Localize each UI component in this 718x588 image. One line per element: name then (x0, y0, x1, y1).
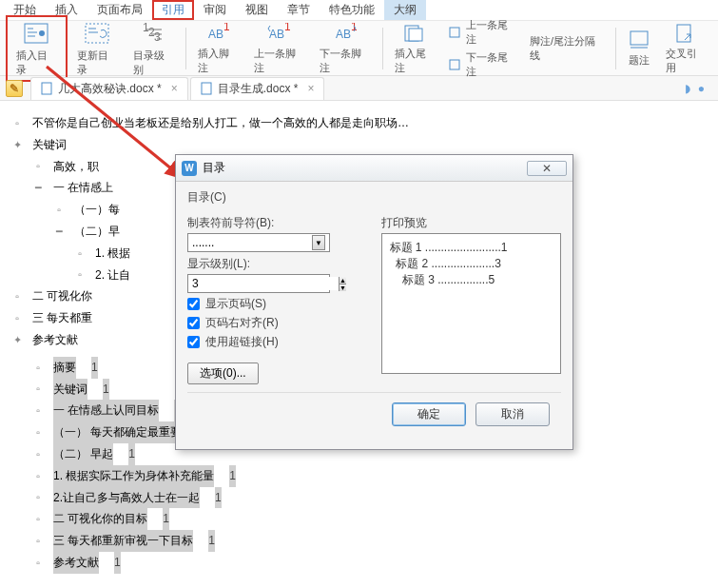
svg-rect-22 (450, 28, 459, 37)
ribbon: 插入目录 更新目录 123 目录级别 AB1 插入脚注 AB1 上一条脚注 AB… (0, 21, 718, 76)
level-input[interactable] (188, 277, 339, 290)
menu-review[interactable]: 审阅 (194, 0, 236, 20)
spin-up[interactable]: ▲ (340, 277, 346, 284)
insert-toc-button[interactable]: 插入目录 (10, 18, 63, 79)
preview-box: 标题 1 ........................1 标题 2 ....… (381, 233, 562, 374)
svg-rect-28 (202, 83, 211, 94)
ok-button[interactable]: 确定 (392, 402, 466, 426)
doc-icon (41, 82, 54, 95)
caption-icon (628, 29, 650, 51)
right-align-checkbox[interactable]: 页码右对齐(R) (187, 315, 368, 331)
next-footnote-icon: AB1 (334, 22, 357, 45)
crossref-button[interactable]: 交叉引用 (660, 20, 712, 77)
svg-rect-23 (450, 60, 459, 69)
update-toc-button[interactable]: 更新目录 (71, 18, 124, 79)
update-toc-icon (84, 20, 110, 47)
document-tabs: ✎ 几大高效秘诀.docx * × 目录生成.docx * × ◗ ● (0, 76, 718, 101)
dropdown-icon[interactable]: ▼ (312, 235, 325, 250)
toc-level-button[interactable]: 123 目录级别 (127, 18, 180, 79)
svg-text:AB: AB (336, 28, 351, 41)
svg-rect-27 (42, 83, 51, 94)
menu-outline[interactable]: 大纲 (384, 0, 426, 20)
tab-leader-select[interactable]: ....... ▼ (187, 233, 330, 252)
close-button[interactable]: ✕ (527, 161, 567, 176)
dialog-titlebar[interactable]: W 目录 ✕ (176, 155, 572, 182)
insert-endnote-button[interactable]: 插入尾注 (389, 20, 441, 77)
group-title: 目录(C) (187, 189, 561, 206)
options-button[interactable]: 选项(0)... (187, 363, 259, 384)
svg-rect-24 (631, 31, 648, 45)
prev-endnote-icon (449, 27, 462, 38)
sync-icon[interactable]: ● (698, 82, 705, 95)
heading: 关键词 (32, 134, 67, 156)
separator (382, 28, 383, 69)
next-endnote-icon (449, 59, 462, 70)
toc-dialog: W 目录 ✕ 目录(C) 制表符前导符(B): ....... ▼ 显示级别(L… (175, 154, 573, 450)
app-icon: W (182, 161, 197, 176)
list-item: ▫1. 根据实际工作为身体补充能量1 (32, 465, 718, 487)
show-level-spinner[interactable]: ▲▼ (187, 274, 330, 293)
prev-footnote-button[interactable]: AB1 上一条脚注 (248, 20, 311, 77)
svg-rect-5 (86, 24, 108, 43)
separator (615, 28, 616, 69)
insert-toc-icon (23, 20, 49, 47)
svg-rect-26 (677, 25, 690, 42)
footnote-separator-button[interactable]: 脚注/尾注分隔线 (524, 32, 610, 65)
svg-text:AB: AB (269, 28, 284, 41)
next-footnote-button[interactable]: AB1 下一条脚注 (314, 20, 377, 77)
menu-section[interactable]: 章节 (278, 0, 320, 20)
highlight-insert-toc: 插入目录 (6, 15, 68, 82)
separator (185, 28, 186, 69)
toc-level-icon: 123 (140, 20, 166, 47)
menu-special[interactable]: 特色功能 (320, 0, 384, 20)
close-icon[interactable]: × (171, 82, 178, 95)
list-item: ▫参考文献1 (32, 552, 718, 574)
preview-label: 打印预览 (381, 215, 562, 231)
next-endnote-button[interactable]: 下一条尾注 (445, 49, 520, 80)
use-link-checkbox[interactable]: 使用超链接(H) (187, 334, 368, 350)
svg-text:1: 1 (223, 23, 229, 33)
svg-rect-21 (409, 29, 422, 41)
tab-doc1[interactable]: 几大高效秘诀.docx * × (30, 77, 188, 100)
list-item: ▫三 每天都重新审视一下目标1 (32, 530, 718, 552)
tab-doc2[interactable]: 目录生成.docx * × (190, 77, 325, 100)
svg-point-4 (39, 30, 45, 36)
prev-footnote-icon: AB1 (267, 22, 290, 45)
insert-toc-label: 插入目录 (16, 49, 57, 77)
svg-text:3: 3 (154, 30, 161, 44)
show-level-label: 显示级别(L): (187, 256, 368, 272)
cloud-icon[interactable]: ◗ (685, 82, 690, 95)
close-icon[interactable]: × (307, 82, 314, 95)
svg-text:AB: AB (208, 28, 223, 41)
spin-down[interactable]: ▼ (340, 284, 346, 291)
menu-view[interactable]: 视图 (236, 0, 278, 20)
paragraph: 不管你是自己创业当老板还是给别人打工，做一个高效的人都是走向职场… (32, 112, 409, 134)
svg-text:1: 1 (284, 23, 290, 33)
dialog-title: 目录 (203, 160, 225, 176)
show-page-checkbox[interactable]: 显示页码(S) (187, 296, 368, 312)
prev-endnote-button[interactable]: 上一条尾注 (445, 17, 520, 48)
caption-button[interactable]: 题注 (622, 27, 656, 69)
tab-leader-label: 制表符前导符(B): (187, 215, 368, 231)
crossref-icon (674, 22, 697, 45)
cancel-button[interactable]: 取消 (475, 402, 550, 426)
list-item: ▫2.让自己多与高效人士在一起1 (32, 487, 718, 509)
list-item: ▫二 可视化你的目标1 (32, 508, 718, 530)
endnote-icon (403, 22, 426, 45)
footnote-icon: AB1 (206, 22, 229, 45)
insert-footnote-button[interactable]: AB1 插入脚注 (192, 20, 244, 77)
new-doc-icon[interactable]: ✎ (6, 80, 23, 97)
doc-icon (201, 82, 214, 95)
